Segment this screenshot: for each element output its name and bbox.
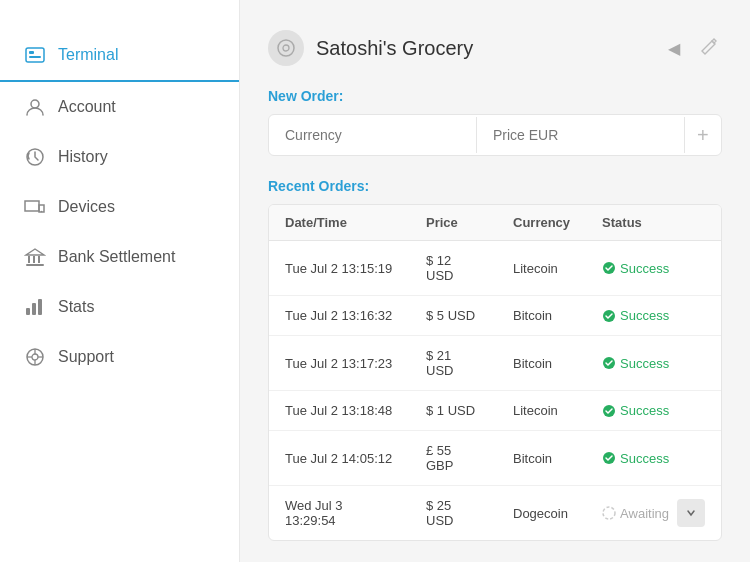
cell-status: Success	[586, 296, 721, 336]
awaiting-status: Awaiting	[602, 506, 669, 521]
cell-price: $ 1 USD	[410, 391, 497, 431]
status-badge: Success	[602, 261, 705, 276]
status-badge: Success	[602, 356, 705, 371]
sidebar-label-history: History	[58, 148, 108, 166]
status-badge: Success	[602, 308, 705, 323]
cell-currency: Bitcoin	[497, 296, 586, 336]
col-header-price: Price	[410, 205, 497, 241]
recent-orders-label: Recent Orders:	[268, 178, 722, 194]
table-row: Tue Jul 2 13:17:23 $ 21 USD Bitcoin Succ…	[269, 336, 721, 391]
main-content: Satoshi's Grocery ◀ New Order: + Recent …	[240, 0, 750, 562]
col-header-currency: Currency	[497, 205, 586, 241]
cell-price: $ 25 USD	[410, 486, 497, 541]
support-icon	[24, 346, 46, 368]
svg-point-20	[283, 45, 289, 51]
table-row: Wed Jul 3 13:29:54 $ 25 USD Dogecoin Awa…	[269, 486, 721, 541]
sidebar-item-history[interactable]: History	[0, 132, 239, 182]
table-row: Tue Jul 2 13:18:48 $ 1 USD Litecoin Succ…	[269, 391, 721, 431]
sidebar-label-account: Account	[58, 98, 116, 116]
svg-rect-6	[28, 256, 30, 263]
cell-datetime: Tue Jul 2 13:17:23	[269, 336, 410, 391]
svg-rect-0	[26, 48, 44, 62]
svg-point-26	[603, 507, 615, 519]
table-row: Tue Jul 2 14:05:12 £ 55 GBP Bitcoin Succ…	[269, 431, 721, 486]
orders-table: Date/Time Price Currency Status Tue Jul …	[268, 204, 722, 541]
svg-point-19	[278, 40, 294, 56]
cell-status: Success	[586, 431, 721, 486]
new-order-label: New Order:	[268, 88, 722, 104]
devices-icon	[24, 196, 46, 218]
svg-point-5	[41, 211, 43, 213]
cell-datetime: Tue Jul 2 13:16:32	[269, 296, 410, 336]
svg-point-3	[31, 100, 39, 108]
cell-currency: Litecoin	[497, 241, 586, 296]
sidebar-item-devices[interactable]: Devices	[0, 182, 239, 232]
svg-rect-7	[33, 256, 35, 263]
svg-rect-11	[32, 303, 36, 315]
svg-rect-2	[29, 56, 41, 58]
store-header: Satoshi's Grocery ◀	[268, 30, 722, 66]
cell-datetime: Wed Jul 3 13:29:54	[269, 486, 410, 541]
store-back-button[interactable]: ◀	[664, 35, 684, 62]
cell-datetime: Tue Jul 2 13:15:19	[269, 241, 410, 296]
cell-price: $ 21 USD	[410, 336, 497, 391]
col-header-status: Status	[586, 205, 721, 241]
cell-currency: Dogecoin	[497, 486, 586, 541]
cell-status: Success	[586, 241, 721, 296]
cell-price: $ 5 USD	[410, 296, 497, 336]
cell-price: $ 12 USD	[410, 241, 497, 296]
account-icon	[24, 96, 46, 118]
table-header-row: Date/Time Price Currency Status	[269, 205, 721, 241]
cell-datetime: Tue Jul 2 13:18:48	[269, 391, 410, 431]
table-row: Tue Jul 2 13:15:19 $ 12 USD Litecoin Suc…	[269, 241, 721, 296]
status-badge: Success	[602, 403, 705, 418]
sidebar-label-support: Support	[58, 348, 114, 366]
cell-currency: Litecoin	[497, 391, 586, 431]
sidebar-item-stats[interactable]: Stats	[0, 282, 239, 332]
sidebar-label-bank-settlement: Bank Settlement	[58, 248, 175, 266]
store-edit-button[interactable]	[696, 33, 722, 63]
sidebar-item-account[interactable]: Account	[0, 82, 239, 132]
currency-input[interactable]	[269, 115, 476, 155]
cell-status: Success	[586, 336, 721, 391]
table-row: Tue Jul 2 13:16:32 $ 5 USD Bitcoin Succe…	[269, 296, 721, 336]
cell-price: £ 55 GBP	[410, 431, 497, 486]
sidebar-item-bank-settlement[interactable]: Bank Settlement	[0, 232, 239, 282]
price-input[interactable]	[477, 115, 684, 155]
sidebar-label-terminal: Terminal	[58, 46, 118, 64]
svg-rect-9	[26, 264, 44, 266]
svg-rect-12	[38, 299, 42, 315]
bank-icon	[24, 246, 46, 268]
store-name: Satoshi's Grocery	[316, 37, 652, 60]
cell-currency: Bitcoin	[497, 431, 586, 486]
cell-currency: Bitcoin	[497, 336, 586, 391]
sidebar-item-terminal[interactable]: Terminal	[0, 30, 239, 82]
sidebar: Terminal Account History	[0, 0, 240, 562]
store-icon	[268, 30, 304, 66]
sidebar-label-stats: Stats	[58, 298, 94, 316]
status-badge: Success	[602, 451, 705, 466]
svg-rect-10	[26, 308, 30, 315]
stats-icon	[24, 296, 46, 318]
col-header-datetime: Date/Time	[269, 205, 410, 241]
status-badge: Awaiting	[602, 499, 705, 527]
sidebar-item-support[interactable]: Support	[0, 332, 239, 382]
expand-button[interactable]	[677, 499, 705, 527]
svg-rect-1	[29, 51, 34, 54]
svg-point-14	[32, 354, 38, 360]
cell-status: Awaiting	[586, 486, 721, 541]
add-order-button[interactable]: +	[685, 124, 721, 147]
cell-datetime: Tue Jul 2 14:05:12	[269, 431, 410, 486]
history-icon	[24, 146, 46, 168]
sidebar-label-devices: Devices	[58, 198, 115, 216]
terminal-icon	[24, 44, 46, 66]
cell-status: Success	[586, 391, 721, 431]
svg-rect-8	[38, 256, 40, 263]
new-order-row: +	[268, 114, 722, 156]
